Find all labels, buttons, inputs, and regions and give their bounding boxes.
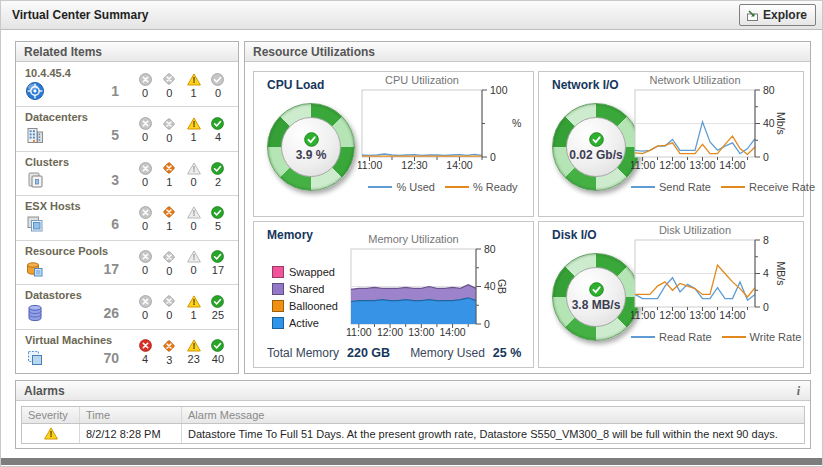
- info-icon[interactable]: i: [797, 384, 802, 397]
- related-item-label[interactable]: Clusters: [25, 156, 125, 168]
- svg-text:0: 0: [490, 151, 496, 163]
- related-item-main: Datastores26: [25, 289, 125, 326]
- alarms-column-time[interactable]: Time: [80, 407, 182, 423]
- warning-status-icon: !: [187, 73, 201, 86]
- alarms-column-severity[interactable]: Severity: [22, 407, 80, 423]
- related-item-icon-count: 3: [25, 170, 125, 190]
- network-io-value: 0.02 Gb/s: [569, 148, 622, 162]
- network-chart-legend: Send RateReceive Rate: [631, 181, 815, 193]
- legend-swatch: [272, 300, 284, 312]
- network-io-gauge[interactable]: 0.02 Gb/s: [552, 103, 640, 191]
- fatal-status-icon: [139, 295, 152, 308]
- legend-entry-read-rate: Read Rate: [631, 331, 712, 343]
- disk-io-title: Disk I/O: [552, 228, 597, 242]
- legend-label: Read Rate: [659, 331, 712, 343]
- legend-label: Receive Rate: [749, 181, 815, 193]
- disk-io-gauge[interactable]: 3.8 MB/s: [552, 253, 640, 341]
- cpu-load-gauge[interactable]: 3.9 %: [267, 103, 355, 191]
- explore-button[interactable]: Explore: [739, 4, 816, 26]
- svg-text:13:00: 13:00: [689, 309, 715, 321]
- svg-text:12:00: 12:00: [377, 326, 403, 338]
- warning-status-icon: !: [187, 339, 201, 352]
- related-item-icon-count: 70: [25, 348, 125, 368]
- page-title: Virtual Center Summary: [12, 8, 149, 22]
- related-item-icon-count: 5: [25, 125, 125, 145]
- title-bar: Virtual Center Summary Explore: [1, 1, 822, 30]
- related-item-row-datastores[interactable]: Datastores2600!125: [16, 285, 238, 329]
- related-item-statuses: 00!017: [125, 245, 232, 282]
- explore-icon: [746, 9, 759, 22]
- alarm-row[interactable]: !8/2/12 8:28 PMDatastore Time To Full 51…: [22, 424, 804, 443]
- cluster-icon: [25, 170, 45, 190]
- status-fatal: 0: [133, 250, 157, 276]
- legend-label: Send Rate: [659, 181, 711, 193]
- status-critical: 3: [157, 339, 181, 366]
- svg-text:12:00: 12:00: [659, 309, 685, 321]
- critical-count: 1: [166, 220, 172, 232]
- legend-line-swatch: [722, 336, 746, 338]
- svg-text:11:00: 11:00: [346, 326, 372, 338]
- related-item-label[interactable]: Datacenters: [25, 111, 125, 123]
- resource-pools-icon: [25, 259, 45, 279]
- related-item-row-esx-hosts[interactable]: ESX Hosts601!05: [16, 196, 238, 240]
- related-item-label[interactable]: Virtual Machines: [25, 334, 125, 346]
- svg-text:40: 40: [763, 117, 775, 129]
- svg-text:14:00: 14:00: [719, 159, 745, 171]
- memory-legend-entry-ballooned: Ballooned: [272, 300, 338, 312]
- svg-text:CPU Utilization: CPU Utilization: [385, 75, 459, 86]
- normal-status-icon: [211, 162, 224, 175]
- related-item-row-resource-pools[interactable]: Resource Pools1700!017: [16, 241, 238, 285]
- critical-status-icon: [162, 117, 176, 131]
- status-fatal: 0: [133, 73, 157, 99]
- related-item-main: Datacenters5: [25, 111, 125, 148]
- svg-text:11:00: 11:00: [631, 159, 655, 171]
- network-io-gauge-face: 0.02 Gb/s: [566, 117, 626, 177]
- normal-count: 40: [212, 353, 224, 365]
- svg-text:14:00: 14:00: [439, 326, 465, 338]
- normal-count: 2: [215, 176, 221, 188]
- fatal-status-icon: [139, 162, 152, 175]
- total-memory-value: 220 GB: [347, 346, 390, 360]
- related-item-statuses: 01!05: [125, 200, 232, 237]
- datastores-icon: [25, 303, 45, 323]
- related-item-row-10-4-45-4[interactable]: 10.4.45.4100!10: [16, 63, 238, 107]
- related-item-main: Clusters3: [25, 156, 125, 193]
- related-item-row-datacenters[interactable]: Datacenters500!14: [16, 107, 238, 151]
- related-item-main: Resource Pools17: [25, 245, 125, 282]
- fatal-status-icon: [139, 250, 152, 263]
- disk-io-value: 3.8 MB/s: [572, 298, 621, 312]
- cpu-load-value: 3.9 %: [296, 148, 327, 162]
- alarms-table-header: SeverityTimeAlarm Message: [22, 407, 804, 424]
- related-item-row-virtual-machines[interactable]: Virtual Machines7043!2340: [16, 330, 238, 373]
- fatal-status-icon: [139, 117, 152, 130]
- svg-text:0: 0: [763, 151, 769, 163]
- svg-text:8: 8: [763, 234, 769, 246]
- alarms-column-alarm-message[interactable]: Alarm Message: [182, 407, 804, 423]
- resource-utilizations-header: Resource Utilizations: [245, 42, 810, 62]
- cpu-quadrant: CPU Load 3.9 % CPU Utilization0100%11:00…: [253, 71, 534, 217]
- memory-used-value: 25 %: [493, 346, 522, 360]
- related-item-label[interactable]: ESX Hosts: [25, 200, 125, 212]
- status-warning: !1: [182, 73, 206, 99]
- warning-status-icon: !: [187, 162, 201, 175]
- related-item-row-clusters[interactable]: Clusters301!02: [16, 152, 238, 196]
- normal-status-icon: [304, 132, 319, 147]
- critical-count: 0: [166, 87, 172, 99]
- legend-line-swatch: [445, 186, 469, 188]
- svg-text:!: !: [192, 342, 195, 352]
- datacenter-icon: [25, 125, 45, 145]
- related-item-label[interactable]: Datastores: [25, 289, 125, 301]
- related-item-statuses: 00!10: [125, 67, 232, 104]
- warning-count: 1: [191, 309, 197, 321]
- network-quadrant: Network I/O 0.02 Gb/s Network Utilizatio…: [538, 71, 804, 217]
- related-item-label[interactable]: Resource Pools: [25, 245, 125, 257]
- legend-line-swatch: [631, 186, 655, 188]
- explore-label: Explore: [763, 8, 807, 22]
- normal-count: 5: [215, 220, 221, 232]
- related-item-label[interactable]: 10.4.45.4: [25, 67, 125, 79]
- related-item-statuses: 43!2340: [125, 334, 232, 371]
- warning-status-icon: !: [187, 250, 201, 263]
- network-utilization-plot: Network Utilization04080Mb/s11:0012:0013…: [631, 75, 801, 181]
- alarms-title: Alarms: [24, 384, 65, 397]
- virtual-center-summary-window: Virtual Center Summary Explore Related I…: [0, 0, 823, 467]
